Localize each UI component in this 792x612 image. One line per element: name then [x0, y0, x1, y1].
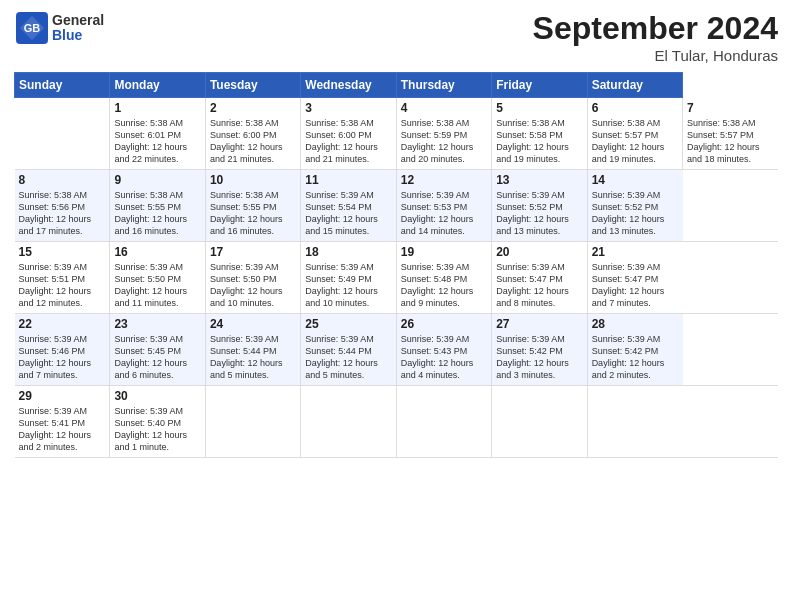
title-block: September 2024 El Tular, Honduras [533, 10, 778, 64]
calendar-cell: 28Sunrise: 5:39 AMSunset: 5:42 PMDayligh… [587, 314, 682, 386]
calendar-cell: 10Sunrise: 5:38 AMSunset: 5:55 PMDayligh… [205, 170, 300, 242]
calendar-cell [492, 386, 587, 458]
page-container: GB General Blue September 2024 El Tular,… [0, 0, 792, 612]
logo-icon: GB [14, 10, 50, 46]
location-subtitle: El Tular, Honduras [533, 47, 778, 64]
calendar-cell: 21Sunrise: 5:39 AMSunset: 5:47 PMDayligh… [587, 242, 682, 314]
svg-text:GB: GB [24, 22, 41, 34]
calendar-week-row: 22Sunrise: 5:39 AMSunset: 5:46 PMDayligh… [15, 314, 779, 386]
calendar-header-row: SundayMondayTuesdayWednesdayThursdayFrid… [15, 73, 779, 98]
calendar-cell: 5Sunrise: 5:38 AMSunset: 5:58 PMDaylight… [492, 98, 587, 170]
calendar-week-row: 1Sunrise: 5:38 AMSunset: 6:01 PMDaylight… [15, 98, 779, 170]
calendar-cell: 17Sunrise: 5:39 AMSunset: 5:50 PMDayligh… [205, 242, 300, 314]
calendar-cell: 15Sunrise: 5:39 AMSunset: 5:51 PMDayligh… [15, 242, 110, 314]
page-header: GB General Blue September 2024 El Tular,… [14, 10, 778, 64]
logo-blue-text: Blue [52, 28, 104, 43]
logo-general-text: General [52, 13, 104, 28]
calendar-cell: 11Sunrise: 5:39 AMSunset: 5:54 PMDayligh… [301, 170, 396, 242]
col-header-thursday: Thursday [396, 73, 491, 98]
calendar-cell: 19Sunrise: 5:39 AMSunset: 5:48 PMDayligh… [396, 242, 491, 314]
empty-cell [15, 98, 110, 170]
logo: GB General Blue [14, 10, 104, 46]
calendar-cell: 14Sunrise: 5:39 AMSunset: 5:52 PMDayligh… [587, 170, 682, 242]
calendar-cell: 6Sunrise: 5:38 AMSunset: 5:57 PMDaylight… [587, 98, 682, 170]
calendar-cell: 7Sunrise: 5:38 AMSunset: 5:57 PMDaylight… [683, 98, 778, 170]
calendar-week-row: 15Sunrise: 5:39 AMSunset: 5:51 PMDayligh… [15, 242, 779, 314]
calendar-cell: 1Sunrise: 5:38 AMSunset: 6:01 PMDaylight… [110, 98, 205, 170]
calendar-cell: 20Sunrise: 5:39 AMSunset: 5:47 PMDayligh… [492, 242, 587, 314]
calendar-cell: 27Sunrise: 5:39 AMSunset: 5:42 PMDayligh… [492, 314, 587, 386]
month-title: September 2024 [533, 10, 778, 47]
calendar-cell: 29Sunrise: 5:39 AMSunset: 5:41 PMDayligh… [15, 386, 110, 458]
calendar-cell: 8Sunrise: 5:38 AMSunset: 5:56 PMDaylight… [15, 170, 110, 242]
calendar-cell [205, 386, 300, 458]
calendar-cell: 30Sunrise: 5:39 AMSunset: 5:40 PMDayligh… [110, 386, 205, 458]
calendar-cell: 25Sunrise: 5:39 AMSunset: 5:44 PMDayligh… [301, 314, 396, 386]
calendar-cell: 9Sunrise: 5:38 AMSunset: 5:55 PMDaylight… [110, 170, 205, 242]
col-header-tuesday: Tuesday [205, 73, 300, 98]
calendar-table: SundayMondayTuesdayWednesdayThursdayFrid… [14, 72, 778, 458]
col-header-wednesday: Wednesday [301, 73, 396, 98]
calendar-cell: 22Sunrise: 5:39 AMSunset: 5:46 PMDayligh… [15, 314, 110, 386]
calendar-cell: 13Sunrise: 5:39 AMSunset: 5:52 PMDayligh… [492, 170, 587, 242]
calendar-cell [301, 386, 396, 458]
calendar-cell: 26Sunrise: 5:39 AMSunset: 5:43 PMDayligh… [396, 314, 491, 386]
calendar-week-row: 29Sunrise: 5:39 AMSunset: 5:41 PMDayligh… [15, 386, 779, 458]
calendar-cell [587, 386, 682, 458]
col-header-saturday: Saturday [587, 73, 682, 98]
calendar-cell: 23Sunrise: 5:39 AMSunset: 5:45 PMDayligh… [110, 314, 205, 386]
calendar-cell [396, 386, 491, 458]
col-header-monday: Monday [110, 73, 205, 98]
calendar-cell: 4Sunrise: 5:38 AMSunset: 5:59 PMDaylight… [396, 98, 491, 170]
calendar-week-row: 8Sunrise: 5:38 AMSunset: 5:56 PMDaylight… [15, 170, 779, 242]
calendar-cell: 3Sunrise: 5:38 AMSunset: 6:00 PMDaylight… [301, 98, 396, 170]
col-header-friday: Friday [492, 73, 587, 98]
calendar-cell: 16Sunrise: 5:39 AMSunset: 5:50 PMDayligh… [110, 242, 205, 314]
calendar-cell: 12Sunrise: 5:39 AMSunset: 5:53 PMDayligh… [396, 170, 491, 242]
calendar-cell: 24Sunrise: 5:39 AMSunset: 5:44 PMDayligh… [205, 314, 300, 386]
col-header-sunday: Sunday [15, 73, 110, 98]
calendar-cell: 18Sunrise: 5:39 AMSunset: 5:49 PMDayligh… [301, 242, 396, 314]
calendar-cell: 2Sunrise: 5:38 AMSunset: 6:00 PMDaylight… [205, 98, 300, 170]
